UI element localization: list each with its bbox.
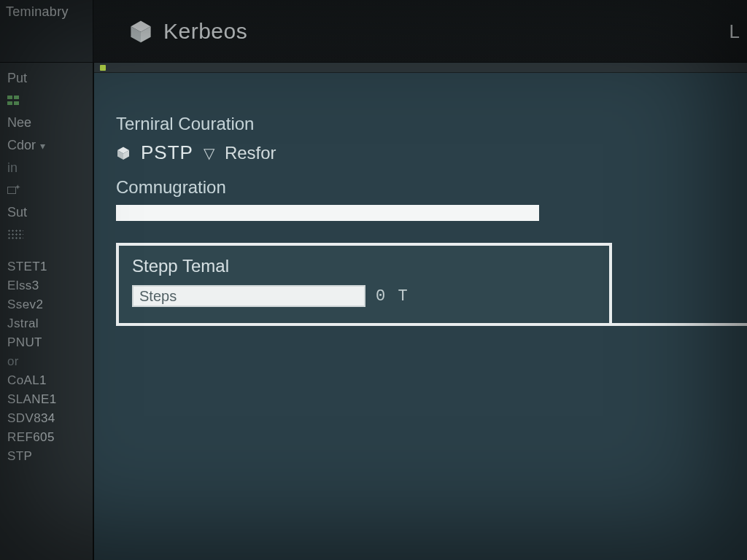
sidebar-item-label: Elss3 (7, 279, 39, 293)
sidebar: Put Nee Cdor in Sut STET1 Elss3 Ssev2 Js… (0, 63, 93, 560)
corner-tab: Teminabry (0, 0, 93, 63)
sidebar-step[interactable]: STP (0, 447, 93, 466)
step-box: Stepp Temal 0 T (116, 243, 612, 326)
corner-tab-label: Teminabry (6, 4, 69, 20)
protocol-row: PSTP ▽ Resfor (116, 141, 725, 164)
sidebar-step[interactable]: STET1 (0, 257, 93, 276)
sidebar-item-tool[interactable] (0, 181, 93, 200)
sidebar-item-put[interactable]: Put (0, 69, 93, 88)
sidebar-item-cdor[interactable]: Cdor (0, 136, 93, 155)
status-dot-icon (100, 65, 106, 71)
sidebar-item-in[interactable]: in (0, 158, 93, 178)
sidebar-item-label: PNUT (7, 335, 42, 350)
chevron-down-icon (40, 138, 45, 153)
step-readout: 0 T (376, 287, 409, 306)
grid-icon (7, 96, 20, 106)
sidebar-item-label: or (7, 354, 19, 369)
sidebar-item-label: Cdor (7, 138, 36, 153)
sidebar-item-label: Ssev2 (7, 298, 43, 312)
sidebar-step[interactable]: Jstral (0, 314, 93, 333)
panel-body: Terniral Couration PSTP ▽ Resfor Comnugr… (94, 73, 747, 326)
header-right-letter: L (729, 20, 740, 42)
section-title: Terniral Couration (116, 114, 725, 134)
dots-icon (7, 229, 23, 241)
sidebar-step[interactable]: Ssev2 (0, 295, 93, 314)
sidebar-step[interactable]: SLANE1 (0, 390, 93, 409)
sidebar-item-dots[interactable] (0, 225, 93, 244)
sidebar-item-label: in (7, 160, 18, 176)
sidebar-step[interactable]: PNUT (0, 333, 93, 352)
sidebar-item-label: Nee (7, 115, 31, 131)
sidebar-step[interactable]: or (0, 352, 93, 371)
step-input[interactable] (132, 285, 365, 307)
chevron-down-outline-icon[interactable]: ▽ (204, 144, 214, 162)
step-row: 0 T (132, 285, 596, 307)
sidebar-item-label: REF605 (7, 430, 55, 445)
protocol-b[interactable]: Resfor (225, 143, 276, 163)
sidebar-step[interactable]: SDV834 (0, 409, 93, 428)
cube-small-icon (116, 146, 131, 160)
sidebar-item-label: STP (7, 449, 32, 464)
main-panel: Terniral Couration PSTP ▽ Resfor Comnugr… (93, 63, 747, 560)
sidebar-step[interactable]: CoAL1 (0, 371, 93, 390)
sidebar-item-sut[interactable]: Sut (0, 203, 93, 222)
sidebar-item-label: Jstral (7, 316, 39, 331)
config-input[interactable] (116, 205, 539, 221)
sidebar-separator (0, 247, 93, 254)
header-bar: Kerbeos L (93, 0, 747, 63)
cube-icon (128, 19, 153, 44)
sidebar-item-label: Sut (7, 205, 27, 220)
sidebar-step[interactable]: REF605 (0, 428, 93, 447)
tool-icon (7, 185, 20, 195)
sidebar-step[interactable]: Elss3 (0, 276, 93, 295)
sidebar-item-nee[interactable]: Nee (0, 113, 93, 133)
sidebar-item-label: STET1 (7, 260, 47, 274)
config-label: Comnugration (116, 177, 725, 198)
sidebar-item-label: CoAL1 (7, 373, 47, 388)
sidebar-step-group: STET1 Elss3 Ssev2 Jstral PNUT or CoAL1 S… (0, 257, 93, 466)
sidebar-item-label: Put (7, 71, 27, 86)
protocol-a[interactable]: PSTP (141, 141, 193, 164)
sidebar-item-label: SDV834 (7, 411, 55, 426)
sidebar-item-grid[interactable] (0, 91, 93, 110)
sidebar-item-label: SLANE1 (7, 392, 57, 407)
brand: Kerbeos (128, 19, 247, 44)
brand-name: Kerbeos (163, 19, 247, 44)
panel-topstrip (94, 63, 747, 73)
step-box-title: Stepp Temal (132, 256, 596, 276)
